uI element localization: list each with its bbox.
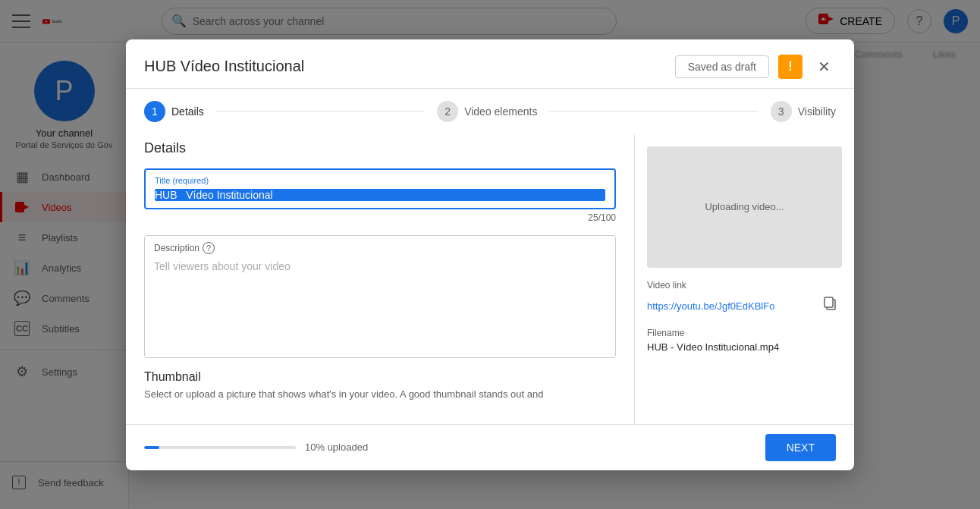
title-field-border: Title (required) xyxy=(144,168,616,209)
step-3-circle: 3 xyxy=(771,101,792,122)
video-preview: Uploading video... xyxy=(647,146,842,268)
description-help-icon[interactable]: ? xyxy=(203,242,215,254)
step-2-circle: 2 xyxy=(437,101,458,122)
video-link[interactable]: https://youtu.be/Jgf0EdKBlFo xyxy=(647,300,774,312)
step-3-label: Visibility xyxy=(798,105,836,118)
step-3: 3 Visibility xyxy=(771,101,836,122)
modal-title: HUB Vídeo Institucional xyxy=(144,58,304,75)
title-field-label: Title (required) xyxy=(155,176,605,185)
video-link-label: Video link xyxy=(647,280,842,291)
thumbnail-section: Thumbnail Select or upload a picture tha… xyxy=(144,370,616,400)
copy-icon xyxy=(824,297,839,312)
modal-body: Details Title (required) 25/100 Descript… xyxy=(126,134,854,424)
thumbnail-desc: Select or upload a picture that shows wh… xyxy=(144,388,616,400)
step-1-label: Details xyxy=(171,105,204,118)
modal-header-right: Saved as draft ! ✕ xyxy=(675,55,836,79)
upload-status: Uploading video... xyxy=(705,201,784,212)
step-line-2 xyxy=(549,111,758,112)
step-2-label: Video elements xyxy=(464,105,537,118)
step-2: 2 Video elements xyxy=(437,101,537,122)
next-button[interactable]: NEXT xyxy=(765,434,836,461)
video-link-row: https://youtu.be/Jgf0EdKBlFo xyxy=(647,294,842,319)
progress-bar-track xyxy=(144,446,296,449)
video-link-section: Video link https://youtu.be/Jgf0EdKBlFo xyxy=(647,280,842,319)
progress-bar-fill xyxy=(144,446,159,449)
progress-text: 10% uploaded xyxy=(305,441,368,453)
step-1-circle: 1 xyxy=(144,101,165,122)
title-field-group: Title (required) 25/100 xyxy=(144,168,616,223)
modal-right: Uploading video... Video link https://yo… xyxy=(634,134,854,424)
thumbnail-title: Thumbnail xyxy=(144,370,616,384)
modal-overlay: HUB Vídeo Institucional Saved as draft !… xyxy=(0,0,980,509)
details-section-title: Details xyxy=(144,140,616,156)
svg-rect-10 xyxy=(825,297,833,307)
filename-label: Filename xyxy=(647,328,842,338)
saved-draft-button[interactable]: Saved as draft xyxy=(675,55,769,78)
stepper: 1 Details 2 Video elements 3 Visibility xyxy=(126,89,854,134)
filename-value: HUB - Vídeo Institucional.mp4 xyxy=(647,341,842,353)
description-field-border[interactable]: Description ? Tell viewers about your vi… xyxy=(144,235,616,358)
modal: HUB Vídeo Institucional Saved as draft !… xyxy=(126,39,854,470)
step-1: 1 Details xyxy=(144,101,204,122)
filename-section: Filename HUB - Vídeo Institucional.mp4 xyxy=(647,328,842,353)
modal-left: Details Title (required) 25/100 Descript… xyxy=(126,134,634,424)
title-input[interactable] xyxy=(155,189,605,201)
close-button[interactable]: ✕ xyxy=(812,55,836,79)
copy-link-button[interactable] xyxy=(821,294,842,319)
title-counter: 25/100 xyxy=(144,212,616,223)
step-line-1 xyxy=(216,111,425,112)
progress-section: 10% uploaded xyxy=(144,441,765,453)
modal-footer: 10% uploaded NEXT xyxy=(126,424,854,470)
description-label: Description ? xyxy=(154,242,606,254)
description-field-group: Description ? Tell viewers about your vi… xyxy=(144,235,616,358)
modal-header: HUB Vídeo Institucional Saved as draft !… xyxy=(126,39,854,89)
description-placeholder[interactable]: Tell viewers about your video xyxy=(154,260,606,351)
warn-button[interactable]: ! xyxy=(778,55,803,79)
close-icon: ✕ xyxy=(818,58,831,76)
